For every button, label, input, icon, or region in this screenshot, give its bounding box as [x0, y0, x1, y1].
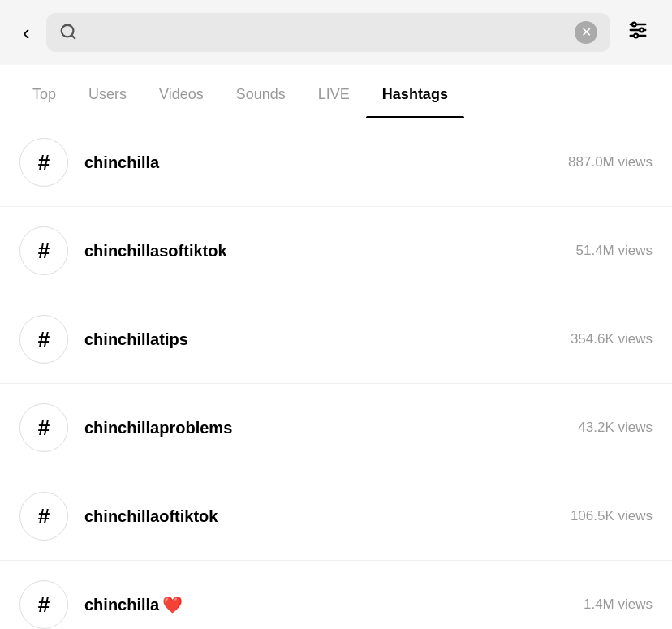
- hashtag-name: chinchillatips: [84, 330, 554, 349]
- list-item[interactable]: # chinchillatips 354.6K views: [0, 295, 672, 384]
- heart-icon: ❤️: [162, 596, 183, 614]
- hashtag-icon: #: [19, 403, 68, 452]
- tabs-bar: Top Users Videos Sounds LIVE Hashtags: [0, 71, 672, 118]
- hashtag-name: chinchillaproblems: [84, 419, 562, 437]
- hashtag-views: 51.4M views: [576, 243, 653, 259]
- list-item[interactable]: # chinchillaoftiktok 106.5K views: [0, 472, 672, 561]
- svg-point-7: [634, 34, 638, 38]
- hashtag-list: # chinchilla 887.0M views # chinchillaso…: [0, 118, 672, 629]
- hashtag-name: chinchillasoftiktok: [84, 242, 560, 261]
- hashtag-name: chinchilla: [84, 153, 552, 172]
- search-input[interactable]: chinchilla: [85, 24, 566, 42]
- hashtag-views: 354.6K views: [571, 331, 653, 347]
- hashtag-name: chinchillaoftiktok: [84, 507, 554, 526]
- list-item[interactable]: # chinchillaproblems 43.2K views: [0, 384, 672, 472]
- hashtag-icon: #: [19, 492, 68, 541]
- list-item[interactable]: # chinchilla 887.0M views: [0, 118, 672, 207]
- hashtag-views: 887.0M views: [568, 154, 653, 170]
- hashtag-icon: #: [19, 226, 68, 275]
- svg-line-1: [71, 35, 75, 38]
- clear-icon: ✕: [581, 26, 592, 39]
- tab-live[interactable]: LIVE: [302, 71, 366, 118]
- hashtag-name: chinchilla❤️: [84, 595, 567, 614]
- filter-button[interactable]: [620, 15, 656, 50]
- tab-top[interactable]: Top: [16, 71, 72, 118]
- tab-videos[interactable]: Videos: [143, 71, 220, 118]
- svg-point-6: [640, 28, 644, 32]
- svg-point-5: [632, 23, 636, 27]
- hashtag-views: 106.5K views: [571, 508, 653, 524]
- hashtag-icon: #: [19, 138, 68, 187]
- tab-sounds[interactable]: Sounds: [220, 71, 302, 118]
- tab-hashtags[interactable]: Hashtags: [366, 71, 464, 118]
- search-bar: chinchilla ✕: [46, 13, 610, 52]
- hashtag-views: 43.2K views: [578, 420, 653, 436]
- back-button[interactable]: ‹: [16, 19, 37, 46]
- hashtag-icon: #: [19, 315, 68, 364]
- hashtag-views: 1.4M views: [584, 597, 653, 613]
- list-item[interactable]: # chinchillasoftiktok 51.4M views: [0, 207, 672, 295]
- search-icon: [59, 23, 77, 43]
- hashtag-icon: #: [19, 580, 68, 629]
- tab-users[interactable]: Users: [72, 71, 143, 118]
- header: ‹ chinchilla ✕: [0, 0, 672, 65]
- clear-button[interactable]: ✕: [575, 21, 597, 44]
- list-item[interactable]: # chinchilla❤️ 1.4M views: [0, 561, 672, 629]
